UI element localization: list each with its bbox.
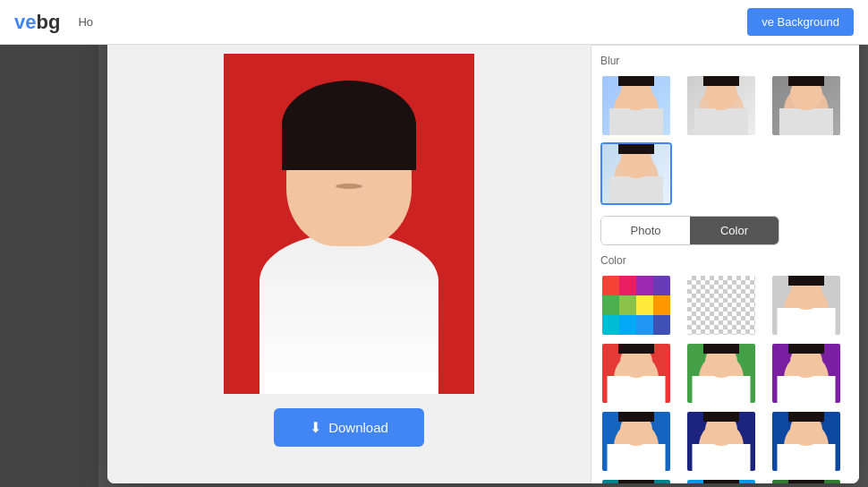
color-section-label: Color [600,254,850,267]
color-palette-swatch[interactable] [600,274,672,337]
photo-color-toggle: Photo Color [600,216,779,245]
color-red-portrait[interactable] [600,342,672,405]
download-label: Download [328,420,388,435]
blur-section-label: Blur [600,55,850,67]
blur-thumb-1[interactable] [600,74,672,137]
left-panel: − 80% + ↺ ↻ [107,9,591,483]
top-bar: vebg Ho ve Background [0,0,868,45]
color-white-swatch[interactable] [770,274,842,337]
color-transparent-swatch[interactable] [685,274,757,337]
download-icon: ⬇ [310,419,321,436]
color-green-portrait[interactable] [685,342,757,405]
home-link[interactable]: Ho [78,15,93,29]
logo: vebg [14,11,60,34]
right-panel: ⬛ BACKGROUND ✏️ ERASE / RESTORE Blur [591,9,859,483]
download-button[interactable]: ⬇ Download [274,408,424,447]
right-content[interactable]: Blur [591,46,859,483]
photo-toggle-button[interactable]: Photo [601,217,690,244]
remove-bg-button[interactable]: ve Background [747,8,854,36]
blur-thumbs-grid [600,74,850,205]
modal-body: − 80% + ↺ ↻ [107,9,859,483]
color-grid [600,274,850,483]
main-image [224,54,474,394]
blur-thumb-3[interactable] [770,74,842,137]
color-cobalt-portrait[interactable] [685,410,757,473]
color-purple-portrait[interactable] [770,342,842,405]
color-navy-portrait[interactable] [770,410,842,473]
blur-thumb-4[interactable] [600,142,672,205]
modal: × − 80% + ↺ ↻ [107,9,859,483]
blur-thumb-2[interactable] [685,74,757,137]
color-toggle-button[interactable]: Color [690,217,779,244]
color-green2-portrait[interactable] [770,478,842,483]
color-blue-portrait[interactable] [600,410,672,473]
color-lightblue-portrait[interactable] [685,478,757,483]
top-bar-links: Ho [78,15,93,29]
color-teal-portrait[interactable] [600,478,672,483]
